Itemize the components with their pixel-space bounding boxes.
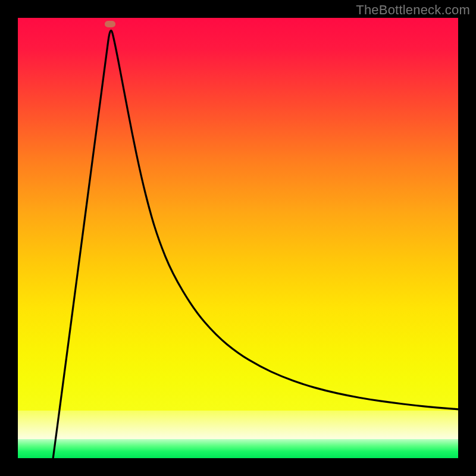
bottleneck-curve <box>53 30 458 458</box>
curve-svg <box>18 18 458 458</box>
chart-frame: TheBottleneck.com <box>0 0 476 476</box>
plot-area <box>18 18 458 458</box>
watermark-text: TheBottleneck.com <box>356 2 470 18</box>
